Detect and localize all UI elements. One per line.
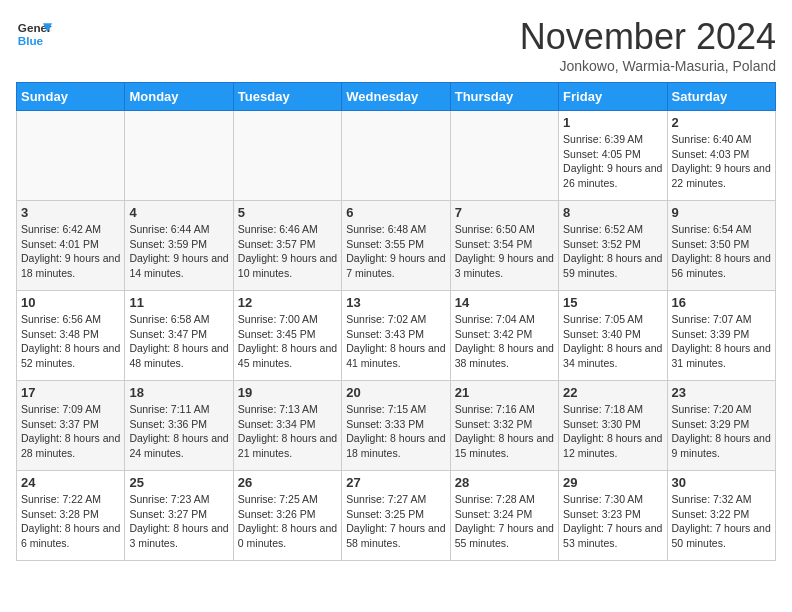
calendar-cell: 23Sunrise: 7:20 AM Sunset: 3:29 PM Dayli… — [667, 381, 775, 471]
day-info: Sunrise: 7:20 AM Sunset: 3:29 PM Dayligh… — [672, 402, 771, 461]
col-header-monday: Monday — [125, 83, 233, 111]
day-number: 23 — [672, 385, 771, 400]
calendar-cell: 21Sunrise: 7:16 AM Sunset: 3:32 PM Dayli… — [450, 381, 558, 471]
day-info: Sunrise: 7:16 AM Sunset: 3:32 PM Dayligh… — [455, 402, 554, 461]
calendar-cell: 13Sunrise: 7:02 AM Sunset: 3:43 PM Dayli… — [342, 291, 450, 381]
day-number: 20 — [346, 385, 445, 400]
calendar-header-row: SundayMondayTuesdayWednesdayThursdayFrid… — [17, 83, 776, 111]
day-info: Sunrise: 6:40 AM Sunset: 4:03 PM Dayligh… — [672, 132, 771, 191]
logo-icon: General Blue — [16, 16, 52, 52]
day-info: Sunrise: 6:52 AM Sunset: 3:52 PM Dayligh… — [563, 222, 662, 281]
calendar-cell — [17, 111, 125, 201]
day-number: 27 — [346, 475, 445, 490]
calendar-cell — [233, 111, 341, 201]
day-info: Sunrise: 6:44 AM Sunset: 3:59 PM Dayligh… — [129, 222, 228, 281]
calendar-cell: 7Sunrise: 6:50 AM Sunset: 3:54 PM Daylig… — [450, 201, 558, 291]
day-info: Sunrise: 7:09 AM Sunset: 3:37 PM Dayligh… — [21, 402, 120, 461]
day-number: 8 — [563, 205, 662, 220]
day-number: 30 — [672, 475, 771, 490]
col-header-tuesday: Tuesday — [233, 83, 341, 111]
calendar-cell: 8Sunrise: 6:52 AM Sunset: 3:52 PM Daylig… — [559, 201, 667, 291]
day-info: Sunrise: 7:25 AM Sunset: 3:26 PM Dayligh… — [238, 492, 337, 551]
day-info: Sunrise: 7:15 AM Sunset: 3:33 PM Dayligh… — [346, 402, 445, 461]
calendar-cell: 12Sunrise: 7:00 AM Sunset: 3:45 PM Dayli… — [233, 291, 341, 381]
calendar-cell: 5Sunrise: 6:46 AM Sunset: 3:57 PM Daylig… — [233, 201, 341, 291]
calendar-table: SundayMondayTuesdayWednesdayThursdayFrid… — [16, 82, 776, 561]
svg-text:Blue: Blue — [18, 34, 44, 47]
calendar-week-row: 3Sunrise: 6:42 AM Sunset: 4:01 PM Daylig… — [17, 201, 776, 291]
day-number: 4 — [129, 205, 228, 220]
calendar-cell: 11Sunrise: 6:58 AM Sunset: 3:47 PM Dayli… — [125, 291, 233, 381]
day-info: Sunrise: 7:30 AM Sunset: 3:23 PM Dayligh… — [563, 492, 662, 551]
day-number: 29 — [563, 475, 662, 490]
calendar-cell: 26Sunrise: 7:25 AM Sunset: 3:26 PM Dayli… — [233, 471, 341, 561]
day-number: 5 — [238, 205, 337, 220]
col-header-thursday: Thursday — [450, 83, 558, 111]
day-number: 1 — [563, 115, 662, 130]
day-info: Sunrise: 7:22 AM Sunset: 3:28 PM Dayligh… — [21, 492, 120, 551]
day-number: 18 — [129, 385, 228, 400]
calendar-cell: 25Sunrise: 7:23 AM Sunset: 3:27 PM Dayli… — [125, 471, 233, 561]
calendar-cell: 10Sunrise: 6:56 AM Sunset: 3:48 PM Dayli… — [17, 291, 125, 381]
day-info: Sunrise: 6:42 AM Sunset: 4:01 PM Dayligh… — [21, 222, 120, 281]
day-info: Sunrise: 6:54 AM Sunset: 3:50 PM Dayligh… — [672, 222, 771, 281]
day-number: 6 — [346, 205, 445, 220]
day-number: 7 — [455, 205, 554, 220]
day-info: Sunrise: 7:27 AM Sunset: 3:25 PM Dayligh… — [346, 492, 445, 551]
day-info: Sunrise: 7:02 AM Sunset: 3:43 PM Dayligh… — [346, 312, 445, 371]
day-number: 16 — [672, 295, 771, 310]
day-info: Sunrise: 6:48 AM Sunset: 3:55 PM Dayligh… — [346, 222, 445, 281]
calendar-cell: 29Sunrise: 7:30 AM Sunset: 3:23 PM Dayli… — [559, 471, 667, 561]
calendar-cell: 9Sunrise: 6:54 AM Sunset: 3:50 PM Daylig… — [667, 201, 775, 291]
calendar-week-row: 24Sunrise: 7:22 AM Sunset: 3:28 PM Dayli… — [17, 471, 776, 561]
calendar-cell: 30Sunrise: 7:32 AM Sunset: 3:22 PM Dayli… — [667, 471, 775, 561]
calendar-cell: 6Sunrise: 6:48 AM Sunset: 3:55 PM Daylig… — [342, 201, 450, 291]
day-info: Sunrise: 7:32 AM Sunset: 3:22 PM Dayligh… — [672, 492, 771, 551]
calendar-cell: 2Sunrise: 6:40 AM Sunset: 4:03 PM Daylig… — [667, 111, 775, 201]
calendar-cell: 19Sunrise: 7:13 AM Sunset: 3:34 PM Dayli… — [233, 381, 341, 471]
day-info: Sunrise: 6:56 AM Sunset: 3:48 PM Dayligh… — [21, 312, 120, 371]
day-number: 19 — [238, 385, 337, 400]
day-info: Sunrise: 7:23 AM Sunset: 3:27 PM Dayligh… — [129, 492, 228, 551]
day-info: Sunrise: 7:28 AM Sunset: 3:24 PM Dayligh… — [455, 492, 554, 551]
calendar-cell: 28Sunrise: 7:28 AM Sunset: 3:24 PM Dayli… — [450, 471, 558, 561]
day-number: 25 — [129, 475, 228, 490]
day-info: Sunrise: 6:39 AM Sunset: 4:05 PM Dayligh… — [563, 132, 662, 191]
calendar-cell: 14Sunrise: 7:04 AM Sunset: 3:42 PM Dayli… — [450, 291, 558, 381]
calendar-cell: 18Sunrise: 7:11 AM Sunset: 3:36 PM Dayli… — [125, 381, 233, 471]
day-number: 11 — [129, 295, 228, 310]
calendar-cell: 24Sunrise: 7:22 AM Sunset: 3:28 PM Dayli… — [17, 471, 125, 561]
day-info: Sunrise: 7:11 AM Sunset: 3:36 PM Dayligh… — [129, 402, 228, 461]
location: Jonkowo, Warmia-Masuria, Poland — [520, 58, 776, 74]
logo: General Blue — [16, 16, 52, 52]
day-number: 21 — [455, 385, 554, 400]
calendar-cell: 22Sunrise: 7:18 AM Sunset: 3:30 PM Dayli… — [559, 381, 667, 471]
col-header-saturday: Saturday — [667, 83, 775, 111]
day-info: Sunrise: 7:00 AM Sunset: 3:45 PM Dayligh… — [238, 312, 337, 371]
col-header-wednesday: Wednesday — [342, 83, 450, 111]
day-number: 13 — [346, 295, 445, 310]
day-info: Sunrise: 6:46 AM Sunset: 3:57 PM Dayligh… — [238, 222, 337, 281]
calendar-cell: 1Sunrise: 6:39 AM Sunset: 4:05 PM Daylig… — [559, 111, 667, 201]
calendar-cell: 4Sunrise: 6:44 AM Sunset: 3:59 PM Daylig… — [125, 201, 233, 291]
calendar-cell — [342, 111, 450, 201]
day-number: 14 — [455, 295, 554, 310]
calendar-cell: 20Sunrise: 7:15 AM Sunset: 3:33 PM Dayli… — [342, 381, 450, 471]
day-number: 3 — [21, 205, 120, 220]
day-number: 9 — [672, 205, 771, 220]
calendar-cell: 17Sunrise: 7:09 AM Sunset: 3:37 PM Dayli… — [17, 381, 125, 471]
day-number: 17 — [21, 385, 120, 400]
day-number: 2 — [672, 115, 771, 130]
calendar-week-row: 1Sunrise: 6:39 AM Sunset: 4:05 PM Daylig… — [17, 111, 776, 201]
day-info: Sunrise: 6:58 AM Sunset: 3:47 PM Dayligh… — [129, 312, 228, 371]
day-number: 10 — [21, 295, 120, 310]
day-number: 28 — [455, 475, 554, 490]
day-number: 26 — [238, 475, 337, 490]
calendar-cell: 15Sunrise: 7:05 AM Sunset: 3:40 PM Dayli… — [559, 291, 667, 381]
day-info: Sunrise: 7:07 AM Sunset: 3:39 PM Dayligh… — [672, 312, 771, 371]
day-info: Sunrise: 7:04 AM Sunset: 3:42 PM Dayligh… — [455, 312, 554, 371]
page-header: General Blue November 2024 Jonkowo, Warm… — [16, 16, 776, 74]
calendar-week-row: 17Sunrise: 7:09 AM Sunset: 3:37 PM Dayli… — [17, 381, 776, 471]
day-info: Sunrise: 7:18 AM Sunset: 3:30 PM Dayligh… — [563, 402, 662, 461]
month-title: November 2024 — [520, 16, 776, 58]
